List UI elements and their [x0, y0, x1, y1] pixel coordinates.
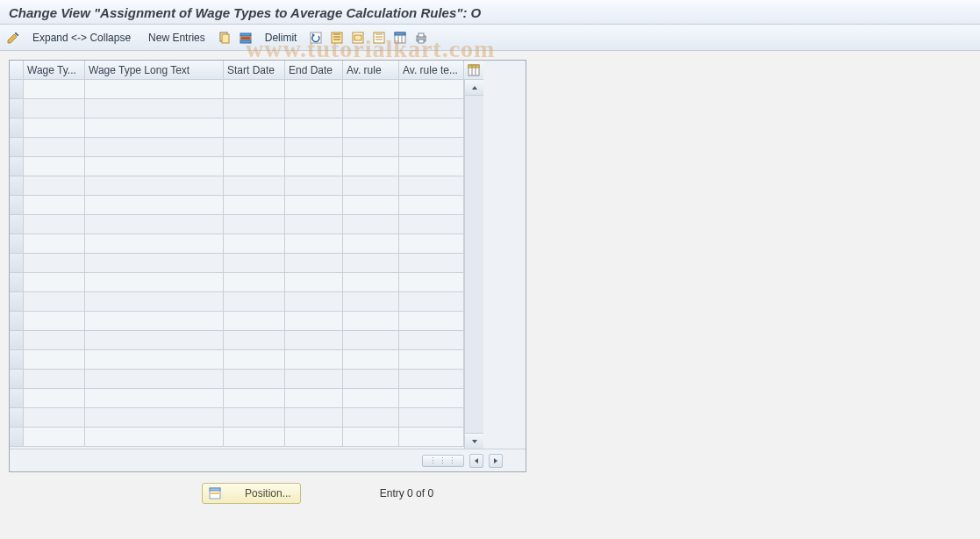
cell-av-rule-text[interactable] — [399, 176, 464, 196]
cell-wage-type-long[interactable] — [85, 331, 224, 350]
cell-wage-type[interactable] — [24, 292, 85, 312]
cell-av-rule[interactable] — [343, 254, 399, 273]
cell-start-date[interactable] — [224, 254, 285, 273]
cell-wage-type-long[interactable] — [85, 176, 224, 196]
cell-av-rule[interactable] — [343, 138, 399, 157]
print-button[interactable] — [413, 28, 429, 47]
cell-wage-type[interactable] — [24, 176, 85, 196]
cell-end-date[interactable] — [285, 80, 343, 99]
cell-av-rule-text[interactable] — [399, 350, 464, 370]
cell-wage-type[interactable] — [24, 408, 85, 428]
cell-wage-type-long[interactable] — [85, 80, 224, 99]
cell-start-date[interactable] — [224, 99, 285, 119]
row-selector[interactable] — [10, 157, 24, 176]
cell-av-rule-text[interactable] — [399, 370, 464, 389]
cell-av-rule[interactable] — [343, 176, 399, 196]
scroll-left-button[interactable] — [469, 454, 483, 468]
cell-av-rule-text[interactable] — [399, 331, 464, 350]
cell-end-date[interactable] — [285, 254, 343, 273]
cell-wage-type[interactable] — [24, 350, 85, 370]
cell-wage-type[interactable] — [24, 370, 85, 389]
cell-start-date[interactable] — [224, 215, 285, 234]
cell-wage-type[interactable] — [24, 428, 85, 447]
cell-start-date[interactable] — [224, 389, 285, 408]
configure-button[interactable] — [392, 28, 408, 47]
cell-end-date[interactable] — [285, 292, 343, 312]
cell-av-rule[interactable] — [343, 215, 399, 234]
configure-columns-button[interactable] — [464, 61, 483, 80]
row-selector[interactable] — [10, 119, 24, 138]
cell-wage-type-long[interactable] — [85, 138, 224, 157]
cell-wage-type[interactable] — [24, 80, 85, 99]
cell-end-date[interactable] — [285, 157, 343, 176]
cell-wage-type-long[interactable] — [85, 254, 224, 273]
cell-wage-type-long[interactable] — [85, 312, 224, 331]
cell-av-rule[interactable] — [343, 389, 399, 408]
scroll-up-button[interactable] — [465, 80, 483, 96]
row-selector[interactable] — [10, 350, 24, 370]
cell-start-date[interactable] — [224, 157, 285, 176]
cell-av-rule-text[interactable] — [399, 234, 464, 254]
cell-av-rule[interactable] — [343, 99, 399, 119]
cell-end-date[interactable] — [285, 99, 343, 119]
cell-end-date[interactable] — [285, 350, 343, 370]
new-entries-button[interactable]: New Entries — [142, 28, 211, 47]
col-header-wage-type-long[interactable]: Wage Type Long Text — [85, 61, 224, 80]
cell-av-rule-text[interactable] — [399, 119, 464, 138]
row-selector[interactable] — [10, 408, 24, 428]
cell-av-rule[interactable] — [343, 350, 399, 370]
cell-end-date[interactable] — [285, 331, 343, 350]
row-selector[interactable] — [10, 312, 24, 331]
row-selector-header[interactable] — [10, 61, 24, 80]
cell-av-rule-text[interactable] — [399, 138, 464, 157]
cell-av-rule[interactable] — [343, 119, 399, 138]
vertical-scrollbar[interactable] — [464, 80, 483, 449]
cell-wage-type-long[interactable] — [85, 234, 224, 254]
scroll-right-button[interactable] — [489, 454, 503, 468]
scroll-down-button[interactable] — [465, 433, 483, 449]
copy-as-button[interactable] — [217, 28, 232, 47]
cell-wage-type[interactable] — [24, 254, 85, 273]
deselect-all-button[interactable] — [371, 28, 387, 47]
cell-wage-type[interactable] — [24, 157, 85, 176]
cell-av-rule[interactable] — [343, 408, 399, 428]
cell-end-date[interactable] — [285, 196, 343, 215]
row-selector[interactable] — [10, 80, 24, 99]
cell-start-date[interactable] — [224, 312, 285, 331]
row-selector[interactable] — [10, 370, 24, 389]
cell-start-date[interactable] — [224, 119, 285, 138]
cell-av-rule-text[interactable] — [399, 99, 464, 119]
row-selector[interactable] — [10, 428, 24, 447]
undo-change-button[interactable] — [308, 28, 324, 47]
cell-wage-type-long[interactable] — [85, 119, 224, 138]
select-all-button[interactable] — [329, 28, 345, 47]
cell-wage-type[interactable] — [24, 119, 85, 138]
cell-wage-type-long[interactable] — [85, 215, 224, 234]
cell-av-rule[interactable] — [343, 273, 399, 292]
row-selector[interactable] — [10, 273, 24, 292]
row-selector[interactable] — [10, 176, 24, 196]
cell-av-rule[interactable] — [343, 292, 399, 312]
expand-collapse-button[interactable]: Expand <-> Collapse — [26, 28, 137, 47]
cell-end-date[interactable] — [285, 370, 343, 389]
cell-start-date[interactable] — [224, 196, 285, 215]
cell-av-rule-text[interactable] — [399, 408, 464, 428]
cell-av-rule-text[interactable] — [399, 80, 464, 99]
cell-av-rule[interactable] — [343, 312, 399, 331]
cell-av-rule[interactable] — [343, 234, 399, 254]
cell-start-date[interactable] — [224, 370, 285, 389]
col-header-end-date[interactable]: End Date — [285, 61, 343, 80]
cell-wage-type-long[interactable] — [85, 408, 224, 428]
cell-wage-type-long[interactable] — [85, 370, 224, 389]
row-selector[interactable] — [10, 99, 24, 119]
cell-wage-type[interactable] — [24, 331, 85, 350]
cell-end-date[interactable] — [285, 273, 343, 292]
row-selector[interactable] — [10, 389, 24, 408]
cell-av-rule[interactable] — [343, 428, 399, 447]
cell-start-date[interactable] — [224, 234, 285, 254]
cell-wage-type[interactable] — [24, 215, 85, 234]
cell-start-date[interactable] — [224, 176, 285, 196]
hscroll-thumb[interactable]: ⋮⋮⋮ — [422, 455, 464, 467]
cell-wage-type-long[interactable] — [85, 350, 224, 370]
cell-end-date[interactable] — [285, 312, 343, 331]
